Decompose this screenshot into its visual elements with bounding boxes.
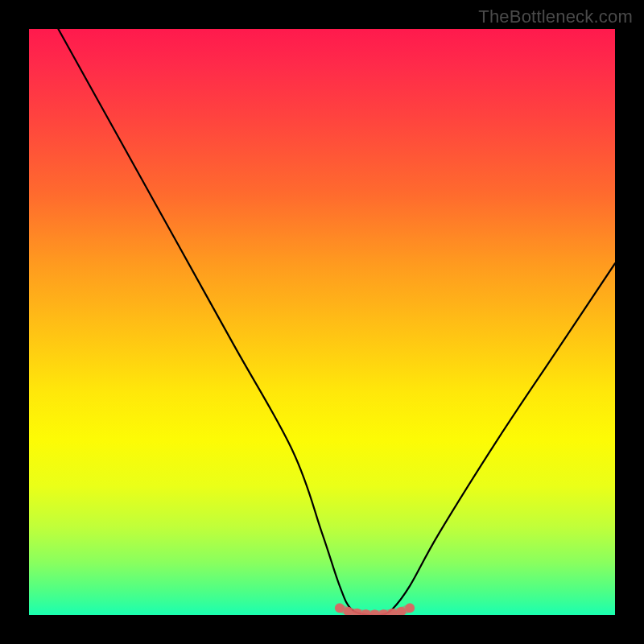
chart-frame: TheBottleneck.com [0,0,644,644]
attribution-text: TheBottleneck.com [478,6,633,27]
chart-svg [29,29,615,615]
bottleneck-curve [58,29,615,615]
optimal-marker [335,603,345,613]
optimal-marker [405,603,415,613]
plot-area [29,29,615,615]
optimal-range-markers [335,603,415,615]
